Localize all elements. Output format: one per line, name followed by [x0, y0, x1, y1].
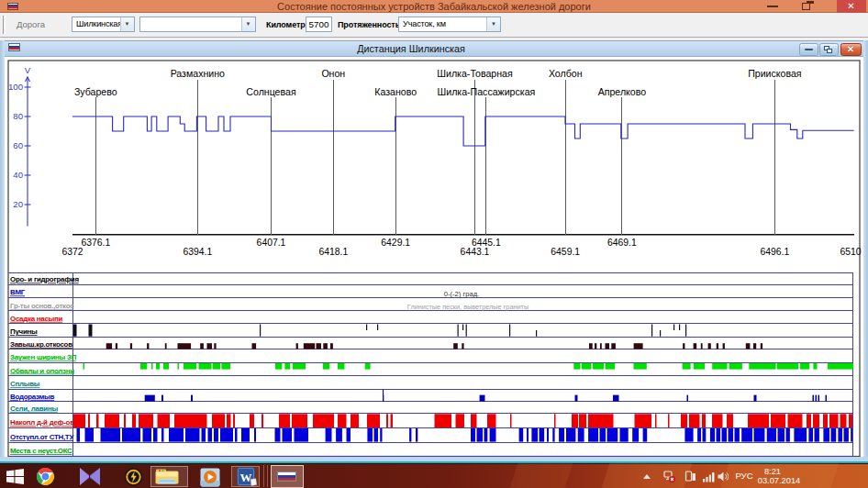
svg-text:0-(-2) град.: 0-(-2) град. [444, 290, 479, 298]
svg-text:20: 20 [13, 199, 23, 209]
svg-text:Сели, лавины: Сели, лавины [10, 405, 58, 413]
svg-text:Места с неуст.ОКС: Места с неуст.ОКС [10, 447, 72, 455]
svg-text:6376.1: 6376.1 [81, 238, 110, 248]
svg-text:Онон: Онон [321, 68, 345, 79]
svg-text:6443.1: 6443.1 [461, 247, 490, 257]
svg-text:V: V [25, 65, 31, 75]
svg-text:6418.1: 6418.1 [318, 247, 348, 257]
svg-text:Накопл д-й деф-ов: Накопл д-й деф-ов [10, 418, 74, 427]
svg-text:60: 60 [13, 140, 23, 150]
svg-text:6429.1: 6429.1 [381, 238, 410, 248]
svg-text:6394.1: 6394.1 [183, 247, 212, 257]
svg-text:100: 100 [8, 82, 23, 92]
svg-text:6445.1: 6445.1 [472, 238, 501, 248]
svg-text:Гр-ты основ.,откос: Гр-ты основ.,откос [10, 302, 74, 310]
svg-text:Глинистые пески, выветрелые гр: Глинистые пески, выветрелые граниты [407, 303, 529, 311]
svg-text:Размахнино: Размахнино [171, 68, 225, 79]
svg-text:Апрелково: Апрелково [598, 86, 647, 97]
svg-text:Осадка насыпи: Осадка насыпи [10, 315, 63, 323]
svg-text:Шилка-Пассажирская: Шилка-Пассажирская [438, 86, 536, 97]
svg-text:W: W [240, 471, 252, 484]
svg-text:Завыш.кр.откосов: Завыш.кр.откосов [10, 340, 72, 349]
svg-text:6372: 6372 [61, 247, 83, 257]
svg-text:Пучины: Пучины [10, 327, 38, 336]
svg-text:6459.1: 6459.1 [551, 247, 580, 257]
svg-text:6496.1: 6496.1 [761, 247, 790, 257]
svg-text:Оро- и гидрография: Оро- и гидрография [10, 275, 79, 283]
svg-text:40: 40 [13, 170, 23, 180]
svg-text:Заужен ширины ЗП: Заужен ширины ЗП [10, 353, 77, 361]
svg-text:Солнцевая: Солнцевая [246, 86, 295, 97]
svg-text:ВМГ: ВМГ [10, 288, 26, 296]
svg-text:Отступл.от СТН,ТУ: Отступл.от СТН,ТУ [10, 433, 73, 441]
svg-text:Обвалы и оползни: Обвалы и оползни [10, 367, 74, 375]
svg-text:6407.1: 6407.1 [257, 238, 286, 248]
svg-text:6469.1: 6469.1 [607, 238, 637, 248]
svg-text:Приисковая: Приисковая [748, 68, 801, 79]
svg-text:Шилка-Товарная: Шилка-Товарная [437, 68, 512, 79]
svg-text:Казаново: Казаново [374, 86, 417, 97]
svg-text:Водоразмыв: Водоразмыв [10, 393, 55, 401]
svg-text:Сплывы: Сплывы [10, 380, 40, 388]
svg-text:6510: 6510 [840, 247, 861, 257]
svg-text:80: 80 [13, 111, 23, 121]
svg-text:Зубарево: Зубарево [74, 86, 117, 97]
svg-text:Холбон: Холбон [549, 68, 583, 79]
